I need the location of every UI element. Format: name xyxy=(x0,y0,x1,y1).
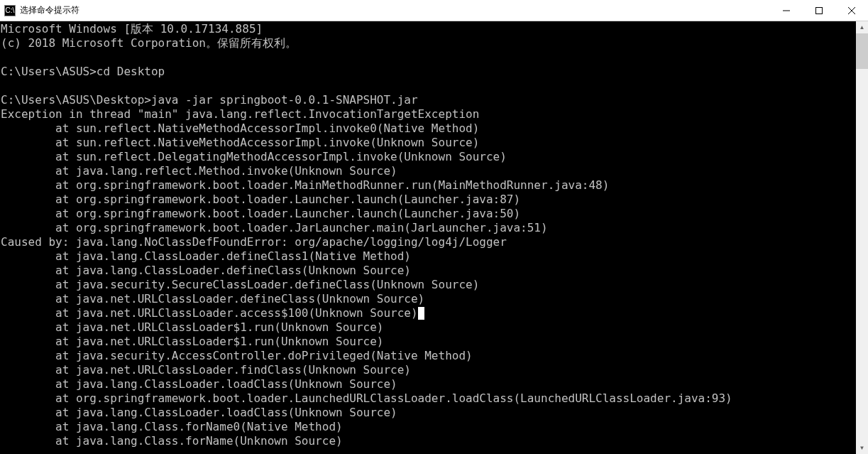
terminal-line: at java.net.URLClassLoader.defineClass(U… xyxy=(1,292,868,306)
terminal-line: at sun.reflect.NativeMethodAccessorImpl.… xyxy=(1,136,868,150)
terminal-line: at org.springframework.boot.loader.Launc… xyxy=(1,391,868,406)
terminal-line xyxy=(1,79,868,93)
terminal-cursor xyxy=(418,307,424,320)
window-title: 选择命令提示符 xyxy=(20,4,770,16)
close-button[interactable] xyxy=(835,0,868,21)
terminal-line: at java.lang.ClassLoader.defineClass(Unk… xyxy=(1,264,868,278)
terminal-line: at java.lang.reflect.Method.invoke(Unkno… xyxy=(1,164,868,178)
app-icon-label: C:\ xyxy=(6,6,15,14)
terminal-line: C:\Users\ASUS>cd Desktop xyxy=(1,65,868,79)
terminal-line: at org.springframework.boot.loader.JarLa… xyxy=(1,221,868,235)
terminal-line: at java.lang.Class.forName(Unknown Sourc… xyxy=(1,434,868,448)
terminal-line: at org.springframework.boot.loader.Launc… xyxy=(1,207,868,221)
terminal-line: at java.net.URLClassLoader$1.run(Unknown… xyxy=(1,320,868,335)
window-controls xyxy=(770,0,868,21)
svg-rect-1 xyxy=(816,7,823,13)
terminal-line: at java.lang.ClassLoader.loadClass(Unkno… xyxy=(1,406,868,420)
terminal-line: at java.net.URLClassLoader$1.run(Unknown… xyxy=(1,335,868,349)
vertical-scrollbar[interactable]: ▲ ▼ xyxy=(856,21,868,454)
terminal-line: at org.springframework.boot.loader.Launc… xyxy=(1,193,868,207)
scrollbar-up-arrow-icon[interactable]: ▲ xyxy=(856,21,868,33)
scrollbar-thumb[interactable] xyxy=(856,33,868,69)
close-icon xyxy=(848,7,855,14)
terminal-line: Exception in thread "main" java.lang.ref… xyxy=(1,107,868,121)
app-icon: C:\ xyxy=(4,5,16,16)
terminal-line: at java.security.AccessController.doPriv… xyxy=(1,349,868,363)
terminal-line: at java.net.URLClassLoader.findClass(Unk… xyxy=(1,363,868,377)
terminal-line: C:\Users\ASUS\Desktop>java -jar springbo… xyxy=(1,93,868,107)
terminal-line xyxy=(1,50,868,65)
terminal-line: Microsoft Windows [版本 10.0.17134.885] xyxy=(1,22,868,36)
minimize-icon xyxy=(783,7,790,14)
terminal-output[interactable]: Microsoft Windows [版本 10.0.17134.885](c)… xyxy=(0,21,868,454)
terminal-line: at java.lang.ClassLoader.loadClass(Unkno… xyxy=(1,377,868,391)
terminal-line: at java.lang.ClassLoader.defineClass1(Na… xyxy=(1,249,868,264)
minimize-button[interactable] xyxy=(770,0,803,21)
maximize-icon xyxy=(815,7,823,14)
terminal-line: at java.lang.Class.forName0(Native Metho… xyxy=(1,420,868,434)
terminal-line: at sun.reflect.NativeMethodAccessorImpl.… xyxy=(1,121,868,136)
maximize-button[interactable] xyxy=(803,0,835,21)
terminal-line: at java.security.SecureClassLoader.defin… xyxy=(1,278,868,292)
terminal-line: at java.net.URLClassLoader.access$100(Un… xyxy=(1,306,868,320)
terminal-line: at sun.reflect.DelegatingMethodAccessorI… xyxy=(1,150,868,164)
title-bar[interactable]: C:\ 选择命令提示符 xyxy=(0,0,868,21)
scrollbar-down-arrow-icon[interactable]: ▼ xyxy=(856,442,868,454)
terminal-line: at org.springframework.boot.loader.MainM… xyxy=(1,178,868,193)
terminal-line: (c) 2018 Microsoft Corporation。保留所有权利。 xyxy=(1,36,868,50)
terminal-line: Caused by: java.lang.NoClassDefFoundErro… xyxy=(1,235,868,249)
